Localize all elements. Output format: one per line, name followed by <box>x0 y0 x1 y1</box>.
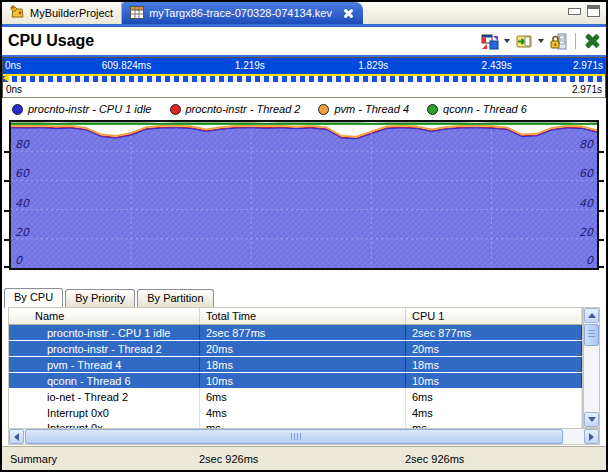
axis-tick-mark <box>4 180 9 182</box>
svg-text:40: 40 <box>579 197 594 210</box>
legend-item: qconn - Thread 6 <box>427 103 527 115</box>
axis-tick-mark <box>599 210 604 212</box>
timeline-tick: 2.439s <box>482 60 512 71</box>
timeline-tick: 1.829s <box>358 60 388 71</box>
page-title: CPU Usage <box>8 32 94 50</box>
table-cell: 20ms <box>406 341 582 356</box>
table-row[interactable]: Interrupt 0xmsms <box>9 421 582 428</box>
column-header-name[interactable]: Name <box>9 308 200 324</box>
legend-label: pvm - Thread 4 <box>334 103 409 115</box>
timeline-tick: 609.824ms <box>102 60 151 71</box>
trace-grid-icon <box>130 6 144 21</box>
scroll-left-icon[interactable] <box>9 429 24 444</box>
close-tab-icon[interactable] <box>341 6 355 20</box>
timeline-tick: 1.219s <box>235 60 265 71</box>
svg-text:80: 80 <box>15 138 30 151</box>
close-view-icon[interactable] <box>584 33 600 49</box>
stats-tabs: By CPUBy PriorityBy Partition <box>2 286 606 307</box>
svg-text:80: 80 <box>579 138 594 151</box>
timeline-range: 0ns 2.971s <box>3 82 605 98</box>
table-cell: 2sec 877ms <box>406 325 582 340</box>
tab-by-cpu[interactable]: By CPU <box>4 288 63 308</box>
timeline-selection[interactable] <box>3 74 605 82</box>
axis-tick-mark <box>599 151 604 153</box>
svg-text:20: 20 <box>15 226 30 239</box>
timeline-tick: 2.971s <box>573 60 603 71</box>
legend-dot-icon <box>318 104 329 115</box>
tab-trace-file[interactable]: myTargx86-trace-070328-074134.kev <box>122 2 363 24</box>
summary-cpu1: 2sec 926ms <box>399 453 606 465</box>
svg-text:0: 0 <box>586 254 594 267</box>
minimize-view-icon[interactable] <box>567 5 581 16</box>
timeline-block: 0ns609.824ms1.219s1.829s2.439s2.971s 0ns… <box>2 57 606 98</box>
table-row[interactable]: procnto-instr - Thread 220ms20ms <box>9 341 582 357</box>
legend-label: qconn - Thread 6 <box>443 103 527 115</box>
horizontal-scrollbar[interactable] <box>8 428 600 445</box>
scroll-down-icon[interactable] <box>584 412 599 427</box>
legend-dot-icon <box>12 104 23 115</box>
table-row[interactable]: pvm - Thread 418ms18ms <box>9 357 582 373</box>
table-cell: 6ms <box>200 389 406 405</box>
table-cell: 4ms <box>200 405 406 421</box>
tab-by-partition[interactable]: By Partition <box>137 289 213 307</box>
column-header-total-time[interactable]: Total Time <box>200 308 406 324</box>
axis-tick-mark <box>599 239 604 241</box>
table-cell: 20ms <box>200 341 406 356</box>
timeline-tick: 0ns <box>5 60 21 71</box>
switch-pane-icon[interactable] <box>515 33 533 50</box>
svg-text:60: 60 <box>579 167 594 180</box>
cpu-colors-icon[interactable] <box>481 33 499 50</box>
table-cell: 18ms <box>200 357 406 372</box>
selection-left-arrow-icon[interactable] <box>3 74 9 82</box>
table-cell: 4ms <box>406 405 582 421</box>
svg-text:60: 60 <box>15 167 30 180</box>
timeline-ruler[interactable]: 0ns609.824ms1.219s1.829s2.439s2.971s <box>3 58 605 74</box>
scroll-up-icon[interactable] <box>584 308 599 323</box>
cpu-usage-chart[interactable]: 002020404060608080 <box>9 120 599 270</box>
table-row[interactable]: io-net - Thread 26ms6ms <box>9 389 582 405</box>
view-toolbar <box>481 33 600 50</box>
legend-item: pvm - Thread 4 <box>318 103 409 115</box>
legend-dot-icon <box>427 104 438 115</box>
builder-project-icon <box>10 5 25 21</box>
vertical-scrollbar[interactable] <box>583 307 600 428</box>
table-row[interactable]: Interrupt 0x04ms4ms <box>9 405 582 421</box>
table-row[interactable]: qconn - Thread 610ms10ms <box>9 373 582 389</box>
legend-dot-icon <box>170 104 181 115</box>
tab-label: myTargx86-trace-070328-074134.kev <box>149 7 332 19</box>
summary-bar: Summary 2sec 926ms 2sec 926ms <box>2 446 606 470</box>
axis-tick-mark <box>4 210 9 212</box>
legend-label: procnto-instr - Thread 2 <box>186 103 301 115</box>
tab-label: MyBuilderProject <box>30 7 113 19</box>
chart-legend: procnto-instr - CPU 1 idleprocnto-instr … <box>2 98 606 120</box>
svg-text:40: 40 <box>15 197 30 210</box>
table-cell: 10ms <box>406 373 582 388</box>
column-header-cpu1[interactable]: CPU 1 <box>406 308 582 324</box>
vertical-scroll-thumb[interactable] <box>584 324 599 346</box>
lock-columns-icon[interactable] <box>549 33 567 50</box>
table-cell: 6ms <box>406 389 582 405</box>
axis-tick-mark <box>599 266 604 268</box>
tab-mybuilderproject[interactable]: MyBuilderProject <box>2 2 122 24</box>
horizontal-scroll-thumb[interactable] <box>25 429 563 444</box>
table-body: procnto-instr - CPU 1 idle2sec 877ms2sec… <box>8 325 583 428</box>
table-cell: Interrupt 0x <box>9 421 200 428</box>
toolbar-separator <box>575 33 576 49</box>
tab-by-priority[interactable]: By Priority <box>65 289 135 307</box>
table-cell: ms <box>406 421 582 428</box>
table-row[interactable]: procnto-instr - CPU 1 idle2sec 877ms2sec… <box>9 325 582 341</box>
table-cell: 2sec 877ms <box>200 325 406 340</box>
axis-tick-mark <box>4 239 9 241</box>
table-cell: 10ms <box>200 373 406 388</box>
table-cell: 18ms <box>406 357 582 372</box>
chevron-down-icon[interactable] <box>504 39 510 43</box>
table-cell: qconn - Thread 6 <box>9 373 200 388</box>
svg-text:0: 0 <box>15 254 23 267</box>
scroll-right-icon[interactable] <box>584 429 599 444</box>
axis-tick-mark <box>599 180 604 182</box>
table-header: Name Total Time CPU 1 <box>8 307 583 325</box>
maximize-view-icon[interactable] <box>587 5 600 17</box>
table-cell: Interrupt 0x0 <box>9 405 200 421</box>
view-window-buttons <box>567 5 606 23</box>
chevron-down-icon[interactable] <box>538 39 544 43</box>
